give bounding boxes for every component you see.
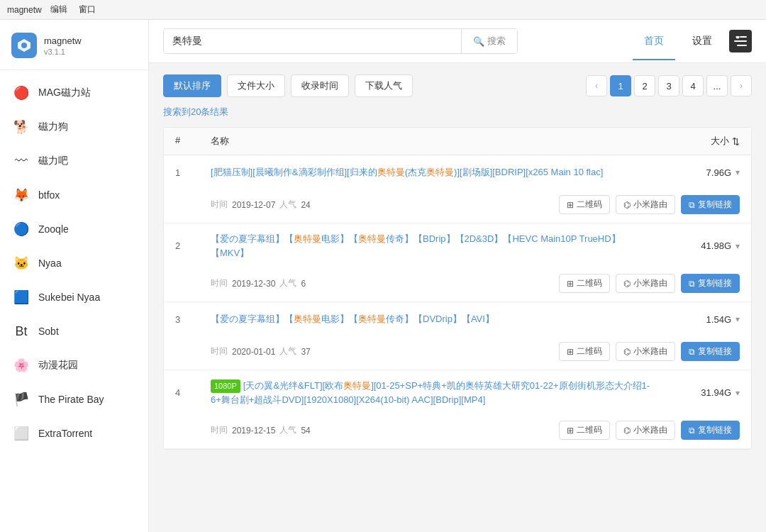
logo-name: magnetw xyxy=(44,35,82,48)
search-box: 🔍 搜索 xyxy=(163,28,518,54)
highlight-text: 奥特曼 xyxy=(377,167,405,177)
app-name: magnetw xyxy=(7,5,42,15)
ciliba-icon: 〰 xyxy=(11,151,31,171)
sidebar-item-extratorrent[interactable]: ⬜ ExtraTorrent xyxy=(0,416,148,450)
pop-label: 人气 xyxy=(279,345,296,358)
qr-button[interactable]: ⊞ 二维码 xyxy=(559,274,610,293)
meta-actions: ⊞ 二维码 ⌬ 小米路由 ⧉ 复制链接 xyxy=(559,195,740,214)
xiaomi-label: 小米路由 xyxy=(633,277,667,289)
btfox-label: btfox xyxy=(38,189,137,201)
time-value: 2019-12-15 xyxy=(232,426,275,436)
sort-size[interactable]: 文件大小 xyxy=(227,74,285,97)
copy-button[interactable]: ⧉ 复制链接 xyxy=(681,421,740,440)
copy-button[interactable]: ⧉ 复制链接 xyxy=(681,274,740,293)
sidebar-item-dongman[interactable]: 🌸 动漫花园 xyxy=(0,348,148,382)
xiaomi-button[interactable]: ⌬ 小米路由 xyxy=(616,342,675,361)
copy-button[interactable]: ⧉ 复制链接 xyxy=(681,342,740,361)
result-meta: 时间 2019-12-15 人气 54 ⊞ 二维码 ⌬ 小米路由 ⧉ 复制链接 xyxy=(164,415,751,448)
result-num: 1 xyxy=(175,167,211,178)
result-meta: 时间 2020-01-01 人气 37 ⊞ 二维码 ⌬ 小米路由 ⧉ 复制链接 xyxy=(164,336,751,370)
xiaomi-button[interactable]: ⌬ 小米路由 xyxy=(616,274,675,293)
qr-icon: ⊞ xyxy=(567,200,574,210)
result-title[interactable]: 【爱の夏字幕组】【奥特曼电影】【奥特曼传奇】【BDrip】【2D&3D】【HEV… xyxy=(211,232,655,260)
sort-bar: 默认排序 文件大小 收录时间 下载人气 ‹ 1 2 3 4 ... › xyxy=(163,74,752,97)
search-input[interactable] xyxy=(164,30,461,52)
result-num: 2 xyxy=(175,240,211,251)
piratebay-label: The Pirate Bay xyxy=(38,394,137,405)
ciligou-icon: 🐕 xyxy=(11,117,31,137)
nav-home[interactable]: 首页 xyxy=(633,31,675,52)
results-table: # 名称 大小 ⇅ 1 [肥猫压制][晨曦制作&滴彩制作组][归来的奥特曼(杰克… xyxy=(163,127,752,450)
sort-popularity[interactable]: 下载人气 xyxy=(355,74,413,97)
title-bar: magnetw 编辑 窗口 xyxy=(0,0,766,20)
chevron-down-icon: ▾ xyxy=(736,241,740,251)
result-title[interactable]: [肥猫压制][晨曦制作&滴彩制作组][归来的奥特曼(杰克奥特曼)][剧场版][B… xyxy=(211,165,655,179)
result-rows: 1 [肥猫压制][晨曦制作&滴彩制作组][归来的奥特曼(杰克奥特曼)][剧场版]… xyxy=(164,155,751,449)
menu-edit[interactable]: 编辑 xyxy=(50,4,67,16)
qr-button[interactable]: ⊞ 二维码 xyxy=(559,195,610,214)
sidebar-item-piratebay[interactable]: 🏴 The Pirate Bay xyxy=(0,382,148,416)
search-button[interactable]: 🔍 搜索 xyxy=(461,29,517,53)
sidebar-item-sobt[interactable]: Bt Sobt xyxy=(0,314,148,348)
result-title[interactable]: 【爱の夏字幕组】【奥特曼电影】【奥特曼传奇】【DVDrip】【AVI】 xyxy=(211,312,655,326)
qr-label: 二维码 xyxy=(577,277,602,289)
sidebar-item-sukebei[interactable]: 🟦 Sukebei Nyaa xyxy=(0,280,148,314)
highlight-text: 奥特曼 xyxy=(294,233,321,244)
sort-default[interactable]: 默认排序 xyxy=(163,74,221,97)
meta-actions: ⊞ 二维码 ⌬ 小米路由 ⧉ 复制链接 xyxy=(559,342,740,361)
page-4[interactable]: 4 xyxy=(682,75,704,96)
time-value: 2020-01-01 xyxy=(232,347,275,357)
menu-window[interactable]: 窗口 xyxy=(79,4,96,16)
svg-rect-4 xyxy=(737,45,747,46)
copy-icon: ⧉ xyxy=(689,279,695,289)
nav-settings[interactable]: 设置 xyxy=(681,31,723,52)
qr-button[interactable]: ⊞ 二维码 xyxy=(559,421,610,440)
copy-label: 复制链接 xyxy=(698,277,732,289)
sidebar-item-ciligou[interactable]: 🐕 磁力狗 xyxy=(0,110,148,144)
sidebar: magnetw v3.1.1 🔴 MAG磁力站 🐕 磁力狗 〰 磁力吧 🦊 bt… xyxy=(0,20,149,532)
qr-icon: ⊞ xyxy=(567,426,574,436)
time-label: 时间 xyxy=(211,199,228,211)
qr-icon: ⊞ xyxy=(567,347,574,357)
page-1[interactable]: 1 xyxy=(610,75,631,96)
sidebar-item-zooqle[interactable]: 🔵 Zooqle xyxy=(0,212,148,246)
nyaa-label: Nyaa xyxy=(38,257,137,269)
sidebar-item-nyaa[interactable]: 🐱 Nyaa xyxy=(0,246,148,280)
logo-text-block: magnetw v3.1.1 xyxy=(44,35,82,56)
page-dots[interactable]: ... xyxy=(706,75,728,96)
pop-label: 人气 xyxy=(279,277,296,289)
result-size: 1.54G ▾ xyxy=(655,314,740,325)
highlight-text: 奥特曼 xyxy=(294,314,321,324)
col-num: # xyxy=(175,135,211,148)
zooqle-icon: 🔵 xyxy=(11,219,31,239)
result-title[interactable]: 1080P[天の翼&光绊&FLT][欧布奥特曼][01-25+SP+特典+凯的奥… xyxy=(211,379,655,406)
page-prev[interactable]: ‹ xyxy=(586,75,607,96)
xiaomi-label: 小米路由 xyxy=(633,345,667,358)
time-value: 2019-12-07 xyxy=(232,200,275,210)
content-area: 默认排序 文件大小 收录时间 下载人气 ‹ 1 2 3 4 ... › 搜索到2… xyxy=(149,63,766,532)
nav-extra-icon[interactable] xyxy=(729,30,752,52)
table-row: 1 [肥猫压制][晨曦制作&滴彩制作组][归来的奥特曼(杰克奥特曼)][剧场版]… xyxy=(164,155,751,223)
sidebar-item-mag-station[interactable]: 🔴 MAG磁力站 xyxy=(0,76,148,110)
logo-icon xyxy=(11,33,37,58)
copy-button[interactable]: ⧉ 复制链接 xyxy=(681,195,740,214)
sort-time[interactable]: 收录时间 xyxy=(291,74,349,97)
pop-value: 6 xyxy=(301,279,306,289)
sidebar-item-btfox[interactable]: 🦊 btfox xyxy=(0,178,148,212)
sidebar-item-ciliba[interactable]: 〰 磁力吧 xyxy=(0,144,148,178)
page-next[interactable]: › xyxy=(731,75,752,96)
page-3[interactable]: 3 xyxy=(658,75,679,96)
dongman-label: 动漫花园 xyxy=(38,359,137,372)
result-size: 7.96G ▾ xyxy=(655,167,740,178)
btfox-icon: 🦊 xyxy=(11,185,31,205)
copy-icon: ⧉ xyxy=(689,347,695,357)
router-icon: ⌬ xyxy=(623,200,631,210)
result-main-1: 1 [肥猫压制][晨曦制作&滴彩制作组][归来的奥特曼(杰克奥特曼)][剧场版]… xyxy=(164,155,751,189)
xiaomi-button[interactable]: ⌬ 小米路由 xyxy=(616,195,675,214)
page-2[interactable]: 2 xyxy=(634,75,655,96)
svg-rect-2 xyxy=(740,36,747,38)
svg-point-1 xyxy=(21,43,27,48)
xiaomi-button[interactable]: ⌬ 小米路由 xyxy=(616,421,675,440)
qr-button[interactable]: ⊞ 二维码 xyxy=(559,342,610,361)
nyaa-icon: 🐱 xyxy=(11,253,31,273)
